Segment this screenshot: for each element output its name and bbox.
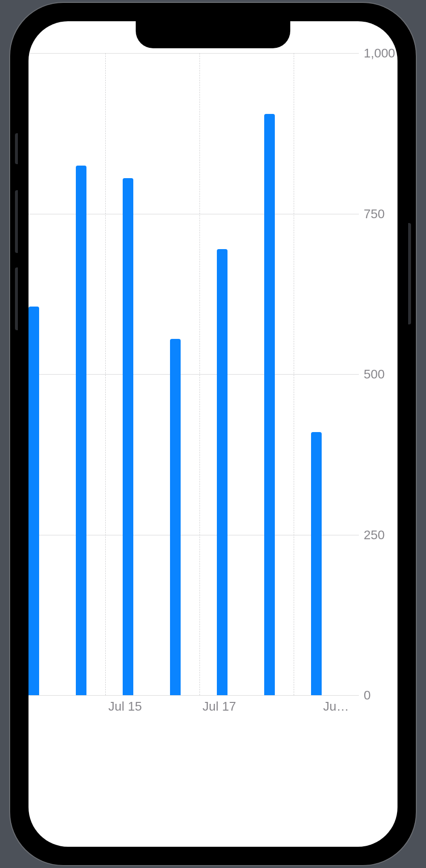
y-axis-tick-label: 1,000: [364, 46, 398, 61]
phone-screen: 1,000 750 500 250 0 Jul 15 Jul 17 Ju…: [28, 21, 398, 847]
y-gridline: [28, 695, 359, 696]
bar-jul-15: [123, 178, 133, 695]
bar-jul-13: [28, 307, 39, 695]
bar-jul-14: [76, 166, 86, 695]
phone-frame: 1,000 750 500 250 0 Jul 15 Jul 17 Ju…: [10, 3, 416, 865]
y-axis-tick-label: 250: [364, 527, 398, 542]
phone-bezel: 1,000 750 500 250 0 Jul 15 Jul 17 Ju…: [18, 11, 408, 857]
y-axis-tick-label: 0: [364, 688, 398, 703]
bar-chart: 1,000 750 500 250 0 Jul 15 Jul 17 Ju…: [28, 21, 398, 847]
x-axis-tick-label: Ju…: [323, 699, 349, 714]
y-axis-tick-label: 750: [364, 206, 398, 221]
y-axis-tick-label: 500: [364, 367, 398, 382]
chart-plot-area: [28, 53, 359, 695]
bar-jul-16: [170, 339, 181, 695]
x-axis-tick-label: Jul 15: [108, 699, 142, 714]
bar-jul-19: [311, 432, 322, 695]
bar-jul-18: [264, 114, 275, 695]
phone-notch: [136, 21, 290, 48]
bar-jul-17: [217, 249, 227, 695]
x-axis-tick-label: Jul 17: [202, 699, 236, 714]
